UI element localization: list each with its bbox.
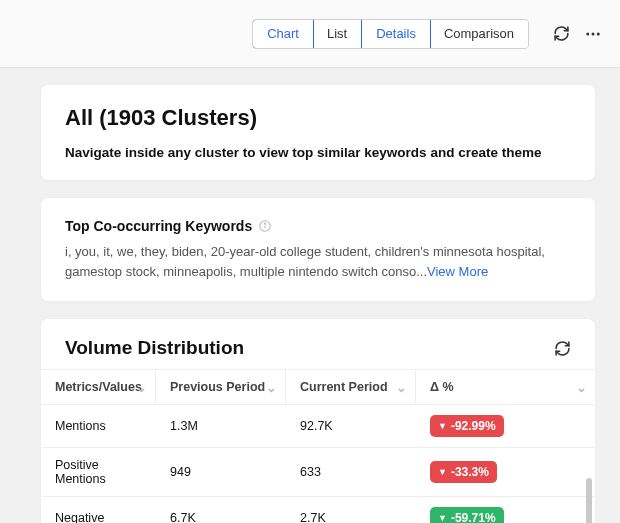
- volume-title: Volume Distribution: [65, 337, 244, 359]
- cell-current: 633: [286, 447, 416, 496]
- tab-list[interactable]: List: [313, 20, 362, 48]
- svg-point-1: [592, 32, 595, 35]
- tab-chart[interactable]: Chart: [252, 19, 314, 49]
- refresh-icon: [553, 25, 570, 42]
- tab-details[interactable]: Details: [361, 19, 431, 49]
- delta-badge: ▼-59.71%: [430, 507, 504, 523]
- col-header-previous[interactable]: Previous Period⌄: [156, 369, 286, 404]
- keywords-heading: Top Co-occurring Keywords: [65, 218, 252, 234]
- cluster-header-card: All (1903 Clusters) Navigate inside any …: [40, 84, 596, 181]
- cell-delta: ▼-92.99%: [416, 404, 595, 447]
- table-row: Mentions1.3M92.7K▼-92.99%: [41, 404, 595, 447]
- caret-down-icon: ▼: [438, 513, 447, 523]
- info-icon: [258, 219, 272, 233]
- cell-previous: 949: [156, 447, 286, 496]
- view-tabs: Chart List Details Comparison: [252, 19, 529, 49]
- scrollbar-thumb[interactable]: [586, 478, 592, 523]
- refresh-button[interactable]: [553, 25, 570, 42]
- cell-metric: Negative: [41, 496, 156, 523]
- col-header-current[interactable]: Current Period⌄: [286, 369, 416, 404]
- table-row: Negative6.7K2.7K▼-59.71%: [41, 496, 595, 523]
- chevron-down-icon: ⌄: [396, 380, 407, 395]
- cell-metric: Mentions: [41, 404, 156, 447]
- volume-refresh-button[interactable]: [554, 340, 571, 357]
- tab-list-label: List: [327, 26, 347, 41]
- view-more-link[interactable]: View More: [427, 264, 488, 279]
- chevron-down-icon: ⌄: [136, 380, 147, 395]
- cell-previous: 6.7K: [156, 496, 286, 523]
- svg-point-2: [597, 32, 600, 35]
- table-header-row: Metrics/Values⌄ Previous Period⌄ Current…: [41, 369, 595, 404]
- refresh-icon: [554, 340, 571, 357]
- volume-card: Volume Distribution Metrics/Values⌄ Prev…: [40, 318, 596, 523]
- col-header-delta[interactable]: Δ %⌄: [416, 369, 595, 404]
- cell-metric: Positive Mentions: [41, 447, 156, 496]
- caret-down-icon: ▼: [438, 467, 447, 477]
- tab-comparison[interactable]: Comparison: [430, 20, 528, 48]
- cell-current: 92.7K: [286, 404, 416, 447]
- volume-table: Metrics/Values⌄ Previous Period⌄ Current…: [41, 369, 595, 523]
- tab-details-label: Details: [376, 26, 416, 41]
- cell-delta: ▼-59.71%: [416, 496, 595, 523]
- cell-current: 2.7K: [286, 496, 416, 523]
- content-area: All (1903 Clusters) Navigate inside any …: [40, 68, 596, 523]
- col-header-metric[interactable]: Metrics/Values⌄: [41, 369, 156, 404]
- top-toolbar: Chart List Details Comparison: [0, 0, 620, 68]
- more-menu-button[interactable]: [584, 25, 602, 43]
- table-row: Positive Mentions949633▼-33.3%: [41, 447, 595, 496]
- svg-point-5: [265, 223, 266, 224]
- chevron-down-icon: ⌄: [266, 380, 277, 395]
- caret-down-icon: ▼: [438, 421, 447, 431]
- page-title: All (1903 Clusters): [65, 105, 571, 131]
- svg-point-0: [586, 32, 589, 35]
- page-subtitle: Navigate inside any cluster to view top …: [65, 145, 571, 160]
- keywords-card: Top Co-occurring Keywords i, you, it, we…: [40, 197, 596, 302]
- more-horizontal-icon: [584, 25, 602, 43]
- delta-badge: ▼-33.3%: [430, 461, 497, 483]
- chevron-down-icon: ⌄: [576, 380, 587, 395]
- tab-comparison-label: Comparison: [444, 26, 514, 41]
- tab-chart-label: Chart: [267, 26, 299, 41]
- cell-delta: ▼-33.3%: [416, 447, 595, 496]
- delta-badge: ▼-92.99%: [430, 415, 504, 437]
- cell-previous: 1.3M: [156, 404, 286, 447]
